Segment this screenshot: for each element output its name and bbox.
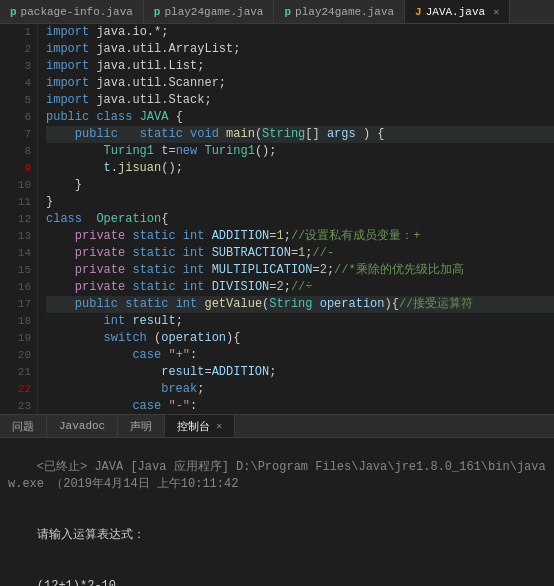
code-line-24: switch (operation){ <box>46 330 554 347</box>
tab-package-info[interactable]: p package-info.java <box>0 0 144 23</box>
line-num-23: 23 <box>0 398 31 414</box>
bottom-tab-declaration-label: 声明 <box>130 419 152 434</box>
tab-close-java[interactable]: ✕ <box>493 6 499 18</box>
tab-icon-java: J <box>415 6 422 18</box>
line-num-12: 12 <box>0 211 31 228</box>
tab-label-package-info: package-info.java <box>21 6 133 18</box>
line-num-8: 8 <box>0 143 31 160</box>
tab-bar: p package-info.java p play24game.java p … <box>0 0 554 24</box>
line-num-13: 13 <box>0 228 31 245</box>
console-terminated-line: <已终止> JAVA [Java 应用程序] D:\Program Files\… <box>8 442 546 510</box>
code-line-27: break; <box>46 381 554 398</box>
line-num-10: 10 <box>0 177 31 194</box>
code-line-26: result=ADDITION; <box>46 364 554 381</box>
code-line-1: import java.io.*; <box>46 24 554 41</box>
code-line-12: } <box>46 177 554 194</box>
code-line-4: import java.util.Scanner; <box>46 75 554 92</box>
line-num-6: 6 <box>0 109 31 126</box>
line-gutter: 1 2 3 4 5 6 7 8 9 10 11 12 13 14 15 16 1… <box>0 24 38 414</box>
code-line-28: case "-": <box>46 398 554 414</box>
editor-area: 1 2 3 4 5 6 7 8 9 10 11 12 13 14 15 16 1… <box>0 24 554 414</box>
console-terminated-text: <已终止> JAVA [Java 应用程序] D:\Program Files\… <box>8 460 546 491</box>
code-line-16: class Operation{ <box>46 211 554 228</box>
code-area[interactable]: import java.io.*; import java.util.Array… <box>38 24 554 414</box>
console-prompt-line: 请输入运算表达式： <box>8 510 546 561</box>
line-num-18: 18 <box>0 313 31 330</box>
bottom-tab-console-label: 控制台 <box>177 419 210 434</box>
bottom-tab-console[interactable]: 控制台 ✕ <box>165 415 235 437</box>
line-num-17: 17 <box>0 296 31 313</box>
bottom-tab-bar: 问题 Javadoc 声明 控制台 ✕ <box>0 414 554 438</box>
code-line-25: case "+": <box>46 347 554 364</box>
tab-play24game-2[interactable]: p play24game.java <box>274 0 405 23</box>
console-tab-close[interactable]: ✕ <box>216 420 222 432</box>
line-num-15: 15 <box>0 262 31 279</box>
code-line-2: import java.util.ArrayList; <box>46 41 554 58</box>
code-line-5: import java.util.Stack; <box>46 92 554 109</box>
line-num-19: 19 <box>0 330 31 347</box>
line-num-2: 2 <box>0 41 31 58</box>
console-area: <已终止> JAVA [Java 应用程序] D:\Program Files\… <box>0 438 554 586</box>
tab-icon-play24-1: p <box>154 6 161 18</box>
line-num-21: 21 <box>0 364 31 381</box>
code-line-10: Turing1 t=new Turing1(); <box>46 143 554 160</box>
line-num-11: 11 <box>0 194 31 211</box>
tab-label-play24-2: play24game.java <box>295 6 394 18</box>
line-num-9[interactable]: 9 <box>0 160 31 177</box>
line-num-3: 3 <box>0 58 31 75</box>
code-line-23: int result; <box>46 313 554 330</box>
code-line-15: } <box>46 194 554 211</box>
code-line-11: t.jisuan(); <box>46 160 554 177</box>
bottom-tab-javadoc-label: Javadoc <box>59 420 105 432</box>
line-num-16: 16 <box>0 279 31 296</box>
tab-icon-play24-2: p <box>284 6 291 18</box>
code-line-9: public static void main(String[] args ) … <box>46 126 554 143</box>
tab-icon-package-info: p <box>10 6 17 18</box>
tab-label-java: JAVA.java <box>426 6 485 18</box>
code-line-19: private static int MULTIPLICATION=2;//*乘… <box>46 262 554 279</box>
line-num-5: 5 <box>0 92 31 109</box>
line-num-4: 4 <box>0 75 31 92</box>
console-prompt-text: 请输入运算表达式： <box>37 528 145 542</box>
tab-play24game-1[interactable]: p play24game.java <box>144 0 275 23</box>
bottom-tab-problems[interactable]: 问题 <box>0 415 47 437</box>
code-line-18: private static int SUBTRACTION=1;//- <box>46 245 554 262</box>
line-num-14: 14 <box>0 245 31 262</box>
line-num-20: 20 <box>0 347 31 364</box>
bottom-tab-javadoc[interactable]: Javadoc <box>47 415 118 437</box>
code-line-17: private static int ADDITION=1;//设置私有成员变量… <box>46 228 554 245</box>
code-line-20: private static int DIVISION=2;//÷ <box>46 279 554 296</box>
code-line-22: public static int getValue(String operat… <box>46 296 554 313</box>
console-input-line: (12+1)*2-10 <box>8 561 546 586</box>
tab-java[interactable]: J JAVA.java ✕ <box>405 0 510 23</box>
code-line-3: import java.util.List; <box>46 58 554 75</box>
tab-label-play24-1: play24game.java <box>164 6 263 18</box>
bottom-tab-declaration[interactable]: 声明 <box>118 415 165 437</box>
console-input-value: (12+1)*2-10 <box>37 579 116 586</box>
code-line-8: public class JAVA { <box>46 109 554 126</box>
line-num-7: 7 <box>0 126 31 143</box>
line-num-22[interactable]: 22 <box>0 381 31 398</box>
bottom-tab-problems-label: 问题 <box>12 419 34 434</box>
line-num-1: 1 <box>0 24 31 41</box>
